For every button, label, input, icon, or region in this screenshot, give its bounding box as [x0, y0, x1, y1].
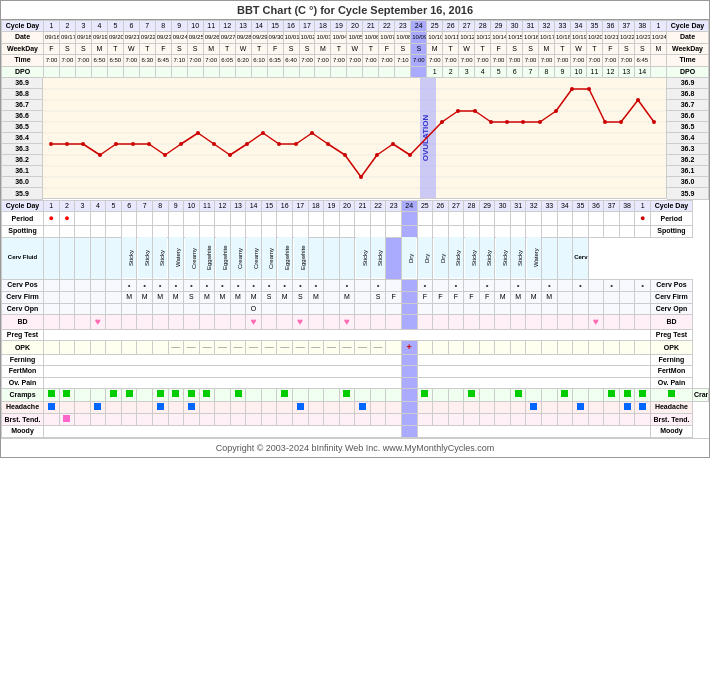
svg-line-44: [296, 133, 312, 144]
bbt-left-labels: 36.9 36.8 36.7 36.6 36.5 36.4 36.3 36.2 …: [1, 78, 43, 200]
svg-line-32: [198, 133, 214, 144]
cycle-day-row-2: Cycle Day 123 456 789 101112 131415 1617…: [2, 200, 709, 211]
svg-line-46: [312, 133, 328, 144]
cerv-fluid-row: Cerv Fluid Sticky Sticky Sticky Watery C…: [2, 237, 709, 279]
svg-line-54: [377, 144, 393, 155]
fertmon-row: FertMon FertMon: [2, 366, 709, 377]
cerv-pos-row: Cerv Pos • • • • • • • • • • • • • • •: [2, 279, 709, 292]
svg-line-40: [263, 133, 279, 144]
svg-line-78: [589, 89, 605, 122]
bbt-chart: BBT Chart (C °) for Cycle September 16, …: [0, 0, 710, 458]
svg-line-28: [165, 144, 181, 155]
bbt-grid: OVULATION: [43, 78, 666, 199]
svg-line-26: [149, 144, 165, 155]
footer: Copyright © 2003-2024 bInfinity Web Inc.…: [1, 438, 709, 457]
svg-line-72: [540, 111, 556, 122]
bbt-right-labels: 36.9 36.8 36.7 36.6 36.5 36.4 36.3 36.2 …: [667, 78, 709, 200]
cerv-opn-row: Cerv Opn O Cerv Opn: [2, 303, 709, 314]
headache-row: Headache: [2, 401, 709, 413]
bbt-graph-section: 36.9 36.8 36.7 36.6 36.5 36.4 36.3 36.2 …: [1, 78, 709, 200]
opk-row: OPK — — — — — — — — — — — — — — +: [2, 341, 709, 355]
cycle-day-label: Cycle Day: [2, 21, 44, 32]
time-row: Time 7:00 7:00 7:00 6:50 6:50 7:00 6:30 …: [2, 55, 709, 66]
svg-line-48: [328, 144, 345, 155]
period-row: Period ● ● ● Period: [2, 212, 709, 226]
weekday-row: WeekDay FSS MTW TFS SMT WTF SSM TWT FSS …: [2, 43, 709, 54]
svg-line-36: [230, 144, 247, 155]
preg-test-row: Preg Test Preg Test: [2, 329, 709, 340]
cerv-firm-row: Cerv Firm M M M M S M M M M S M S M M S: [2, 292, 709, 303]
svg-line-30: [181, 133, 198, 144]
svg-line-56: [393, 144, 410, 155]
svg-line-20: [100, 144, 116, 155]
svg-line-38: [247, 133, 263, 144]
date-row: Date 09/16 09/17 09/18 09/19 09/20 09/21…: [2, 32, 709, 43]
lower-data-table: Cycle Day 123 456 789 101112 131415 1617…: [1, 200, 709, 438]
svg-text:OVULATION: OVULATION: [421, 114, 430, 161]
cramps-row: Cramps: [2, 389, 709, 401]
svg-line-18: [83, 144, 100, 155]
chart-table: Cycle Day 123 456 789 101112 131415 1617…: [1, 20, 709, 78]
svg-line-64: [475, 111, 491, 122]
moody-row: Moody Moody: [2, 426, 709, 437]
ferning-row: Ferning Ferning: [2, 355, 709, 366]
spotting-row: Spotting Spotting: [2, 226, 709, 237]
bbt-graph-area: OVULATION: [43, 78, 667, 199]
chart-title: BBT Chart (C °) for Cycle September 16, …: [1, 1, 709, 20]
brst-tend-row: Brst. Tend. Brst. Tend.: [2, 414, 709, 426]
svg-line-60: [442, 111, 458, 122]
dpo-row: DPO 123 456 789 101112 1314 DPO: [2, 66, 709, 77]
cycle-day-row: Cycle Day 123 456 789 101112 131415 1617…: [2, 21, 709, 32]
bd-row: BD ♥ ♥ ♥ ♥ ♥ BD: [2, 314, 709, 329]
cycle-day-label-right: Cycle Day: [667, 21, 709, 32]
ov-pain-row: Ov. Pain Ov. Pain: [2, 377, 709, 388]
svg-line-34: [214, 144, 230, 155]
